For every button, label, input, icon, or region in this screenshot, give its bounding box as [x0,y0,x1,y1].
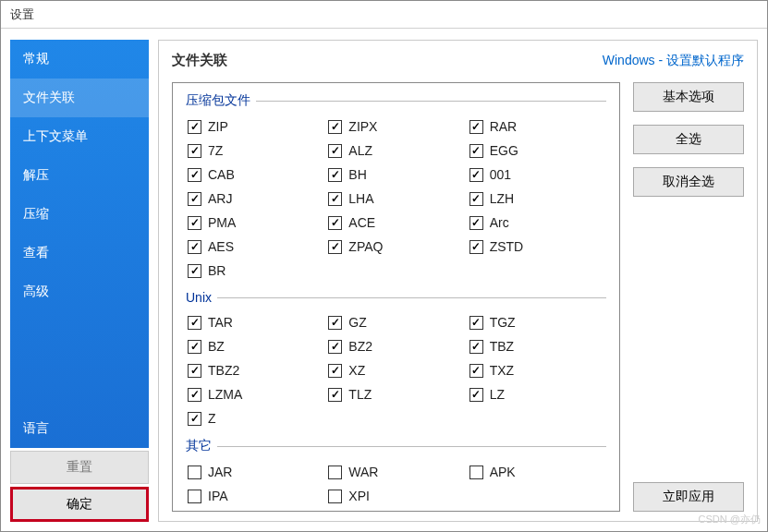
group-legend: 压缩包文件 [186,92,606,109]
checkbox-icon[interactable] [328,340,342,354]
checkbox-item[interactable]: BH [328,163,465,187]
checkbox-icon[interactable] [469,216,483,230]
checkbox-item[interactable]: ALZ [328,139,465,163]
sidebar-item-view[interactable]: 查看 [10,234,149,272]
checkbox-item[interactable]: JAR [188,460,324,484]
checkbox-item[interactable]: TXZ [469,358,606,382]
checkbox-label: TGZ [490,315,516,330]
checkbox-icon[interactable] [328,144,342,158]
checkbox-icon[interactable] [328,120,342,134]
checkbox-item[interactable]: AES [188,235,324,259]
checkbox-item[interactable]: BR [188,259,324,283]
checkbox-icon[interactable] [469,316,483,330]
checkbox-icon[interactable] [188,264,201,278]
select-all-button[interactable]: 全选 [633,125,744,154]
checkbox-icon[interactable] [328,364,342,378]
checkbox-icon[interactable] [469,168,483,182]
checkbox-icon[interactable] [469,466,483,479]
checkbox-item[interactable]: 001 [469,163,606,187]
checkbox-label: XPI [348,489,370,503]
checkbox-item[interactable]: GZ [328,310,465,334]
checkbox-item[interactable]: LZH [469,187,606,211]
checkbox-item[interactable]: CAB [188,163,324,187]
checkbox-item[interactable]: WAR [328,460,465,484]
checkbox-icon[interactable] [188,466,201,479]
checkbox-icon[interactable] [188,364,201,378]
checkbox-label: JAR [208,465,232,479]
group-legend: 其它 [186,438,606,454]
checkbox-icon[interactable] [469,364,483,378]
checkbox-icon[interactable] [328,216,342,230]
checkbox-icon[interactable] [328,316,342,330]
sidebar-item-extract[interactable]: 解压 [10,156,149,195]
file-assoc-scroll[interactable]: 压缩包文件ZIPZIPXRAR7ZALZEGGCABBH001ARJLHALZH… [173,83,619,511]
sidebar-item-label: 语言 [23,420,49,435]
checkbox-icon[interactable] [188,144,201,158]
checkbox-icon[interactable] [188,412,201,426]
checkbox-icon[interactable] [469,144,483,158]
checkbox-item[interactable]: TLZ [328,382,465,406]
checkbox-item[interactable]: ZIP [188,115,324,139]
checkbox-icon[interactable] [328,388,342,402]
checkbox-item[interactable]: PMA [188,211,324,235]
checkbox-item[interactable]: Z [188,406,324,430]
checkbox-item[interactable]: ACE [328,211,465,235]
sidebar-item-general[interactable]: 常规 [10,40,149,79]
checkbox-icon[interactable] [188,388,201,402]
checkbox-item[interactable]: BZ2 [328,334,465,358]
checkbox-item[interactable]: ARJ [188,187,324,211]
checkbox-icon[interactable] [188,340,201,354]
checkbox-icon[interactable] [188,168,201,182]
checkbox-label: LHA [348,191,373,206]
checkbox-icon[interactable] [328,192,342,206]
checkbox-item[interactable]: RAR [469,115,606,139]
windows-default-link[interactable]: Windows - 设置默认程序 [603,53,744,69]
checkbox-icon[interactable] [469,192,483,206]
checkbox-item[interactable]: APK [469,460,606,484]
checkbox-label: BH [348,167,366,182]
checkbox-grid: TARGZTGZBZBZ2TBZTBZ2XZTXZLZMATLZLZZ [186,310,606,430]
checkbox-item[interactable]: XPI [328,484,465,508]
checkbox-icon[interactable] [188,216,201,230]
checkbox-item[interactable]: EGG [469,139,606,163]
checkbox-item[interactable]: ZSTD [469,235,606,259]
deselect-all-button[interactable]: 取消全选 [633,167,744,197]
checkbox-item[interactable]: XZ [328,358,465,382]
checkbox-icon[interactable] [328,466,342,479]
checkbox-item[interactable]: ZIPX [328,115,465,139]
checkbox-item[interactable]: TBZ2 [188,358,324,382]
checkbox-item[interactable]: TAR [188,310,324,334]
checkbox-item[interactable]: TBZ [469,334,606,358]
checkbox-icon[interactable] [188,120,201,134]
confirm-button[interactable]: 确定 [10,487,149,522]
checkbox-icon[interactable] [188,240,201,254]
checkbox-icon[interactable] [188,316,201,330]
checkbox-icon[interactable] [328,240,342,254]
checkbox-icon[interactable] [188,490,201,503]
checkbox-item[interactable]: TGZ [469,310,606,334]
checkbox-item[interactable]: ZPAQ [328,235,465,259]
apply-button[interactable]: 立即应用 [633,482,744,512]
checkbox-icon[interactable] [469,388,483,402]
checkbox-icon[interactable] [469,340,483,354]
checkbox-item[interactable]: Arc [469,211,606,235]
checkbox-item[interactable]: LHA [328,187,465,211]
reset-button[interactable]: 重置 [10,451,149,484]
checkbox-item[interactable]: BZ [188,334,324,358]
checkbox-icon[interactable] [469,120,483,134]
checkbox-icon[interactable] [469,240,483,254]
checkbox-item[interactable]: LZMA [188,382,324,406]
sidebar-item-file-assoc[interactable]: 文件关联 [10,79,149,117]
sidebar-item-advanced[interactable]: 高级 [10,272,149,311]
basic-options-button[interactable]: 基本选项 [633,82,744,112]
checkbox-icon[interactable] [328,490,342,503]
sidebar-item-context-menu[interactable]: 上下文菜单 [10,117,149,156]
checkbox-icon[interactable] [328,168,342,182]
sidebar-item-compress[interactable]: 压缩 [10,195,149,234]
checkbox-item[interactable]: 7Z [188,139,324,163]
checkbox-item[interactable]: IPA [188,484,324,508]
checkbox-item[interactable]: LZ [469,382,606,406]
checkbox-grid: ZIPZIPXRAR7ZALZEGGCABBH001ARJLHALZHPMAAC… [186,115,606,283]
sidebar-item-language[interactable]: 语言 [10,409,149,448]
checkbox-icon[interactable] [188,192,201,206]
